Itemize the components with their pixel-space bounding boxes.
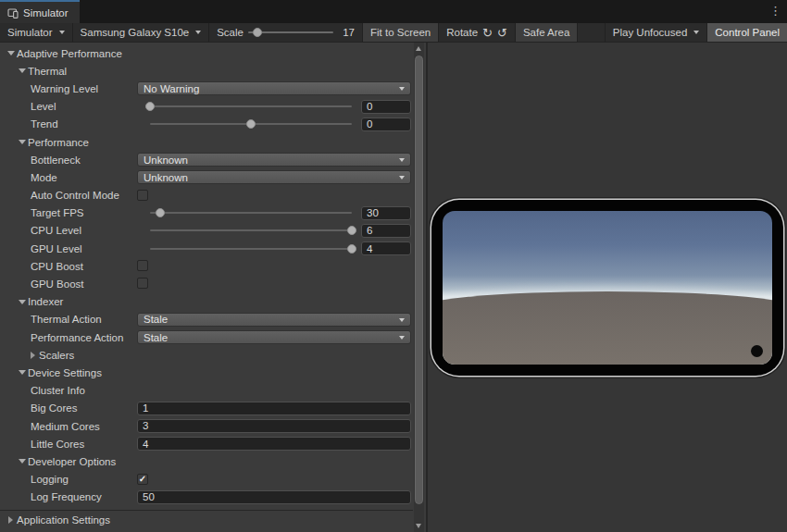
level-slider-handle[interactable] [145,102,155,111]
row-application-settings[interactable]: Application Settings [0,510,413,530]
safe-area-button[interactable]: Safe Area [516,23,579,42]
row-performance[interactable]: Performance [0,133,413,151]
toolbar: Simulator Samsung Galaxy S10e Scale 17 F… [0,23,787,43]
target-fps-slider-handle[interactable] [156,208,165,217]
simulator-mode-dropdown[interactable]: Simulator [0,23,73,42]
medium-cores-field[interactable]: 3 [137,419,411,433]
row-label: Level [31,101,56,112]
row-label: CPU Boost [31,261,83,272]
row-label: Thermal Action [31,314,102,325]
foldout-open-icon[interactable] [16,300,28,304]
gpu-boost-checkbox[interactable] [137,278,148,289]
row-developer-options[interactable]: Developer Options [0,452,413,470]
row-label: Bottleneck [31,155,81,166]
auto-control-mode-control [137,189,411,203]
foldout-open-icon[interactable] [5,51,17,56]
row-label[interactable]: Adaptive Performance [17,48,122,59]
row-label: Auto Control Mode [31,190,119,201]
device-dropdown[interactable]: Samsung Galaxy S10e [73,23,210,42]
big-cores-field[interactable]: 1 [137,402,411,415]
rotate-cw-icon[interactable]: ↻ [482,27,493,39]
cpu-level-slider-handle[interactable] [347,226,356,235]
row-label: Trend [31,118,58,130]
scale-slider-handle[interactable] [253,28,262,37]
mode-dropdown[interactable]: Unknown [137,170,411,184]
target-fps-value-field[interactable]: 30 [361,206,411,220]
gpu-level-value-field[interactable]: 4 [361,241,411,255]
foldout-open-icon[interactable] [16,140,28,144]
foldout-open-icon[interactable] [16,459,28,464]
camera-cutout [751,345,763,357]
row-target-fps: Target FPS30 [0,204,413,222]
triangle-icon [8,516,13,524]
tab-simulator[interactable]: Simulator [0,0,80,23]
fit-to-screen-button[interactable]: Fit to Screen [363,23,439,42]
row-label[interactable]: Developer Options [28,456,116,467]
foldout-collapsed-icon[interactable] [5,516,17,524]
trend-slider-track[interactable] [150,123,352,125]
log-frequency-field[interactable]: 50 [137,490,411,504]
logging-control: ✓ [137,473,411,487]
trend-value-field[interactable]: 0 [361,118,411,131]
window-menu-icon[interactable]: ⋮ [769,4,781,18]
panel-scrollbar[interactable] [414,43,424,532]
row-label[interactable]: Thermal [28,66,67,77]
simulator-mode-label: Simulator [7,27,53,38]
row-adaptive-performance[interactable]: Adaptive Performance [0,44,413,62]
triangle-icon [7,51,15,56]
play-unfocused-dropdown[interactable]: Play Unfocused [606,23,708,42]
row-label[interactable]: Scalers [39,350,74,361]
scroll-up-icon[interactable] [416,46,421,51]
row-thermal[interactable]: Thermal [0,62,413,80]
level-slider-track[interactable] [150,105,352,107]
row-logging: Logging✓ [0,471,413,489]
dropdown-value: No Warning [144,83,199,94]
chevron-down-icon [59,31,65,34]
row-level: Level0 [0,98,413,116]
foldout-collapsed-icon[interactable] [27,352,39,359]
row-scalers[interactable]: Scalers [0,346,413,364]
target-fps-slider-track[interactable] [150,212,352,214]
row-label: Logging [31,474,69,485]
bottleneck-dropdown[interactable]: Unknown [137,153,411,167]
triangle-icon [31,352,35,359]
row-label[interactable]: Device Settings [28,367,102,378]
dropdown-value: Unknown [144,155,188,166]
little-cores-field[interactable]: 4 [137,437,411,451]
row-label[interactable]: Performance [28,137,89,148]
row-device-settings[interactable]: Device Settings [0,364,413,381]
gpu-level-slider-track[interactable] [150,248,352,250]
auto-control-mode-checkbox[interactable] [137,190,148,201]
level-value-field[interactable]: 0 [361,100,411,114]
safe-area-label: Safe Area [523,27,570,38]
row-label: Medium Cores [31,421,100,432]
scale-slider[interactable] [248,24,333,41]
device-screen[interactable] [443,211,772,365]
row-log-frequency: Log Frequency50 [0,489,413,506]
control-panel-button[interactable]: Control Panel [707,23,787,42]
scroll-down-icon[interactable] [416,524,421,528]
warning-level-dropdown[interactable]: No Warning [137,81,411,95]
mode-control: Unknown [137,170,411,184]
performance-action-control: Stale [137,330,411,344]
foldout-open-icon[interactable] [16,68,28,73]
cpu-boost-checkbox[interactable] [137,260,148,271]
row-indexer[interactable]: Indexer [0,293,413,311]
dropdown-value: Stale [144,332,168,343]
cpu-level-value-field[interactable]: 6 [361,224,411,238]
performance-action-dropdown[interactable]: Stale [137,330,411,344]
cpu-boost-control [137,259,411,273]
thermal-action-dropdown[interactable]: Stale [137,313,411,327]
row-performance-action: Performance ActionStale [0,328,413,346]
cpu-level-slider-track[interactable] [150,229,352,231]
scrollbar-thumb[interactable] [415,56,423,504]
row-label[interactable]: Application Settings [17,514,110,526]
row-gpu-boost: GPU Boost [0,275,413,292]
logging-checkbox[interactable]: ✓ [137,474,148,485]
foldout-open-icon[interactable] [16,370,28,375]
device-name-label: Samsung Galaxy S10e [81,27,190,38]
gpu-level-slider-handle[interactable] [347,244,356,254]
trend-slider-handle[interactable] [246,119,256,129]
rotate-ccw-icon[interactable]: ↺ [497,27,507,39]
row-label[interactable]: Indexer [28,296,63,307]
